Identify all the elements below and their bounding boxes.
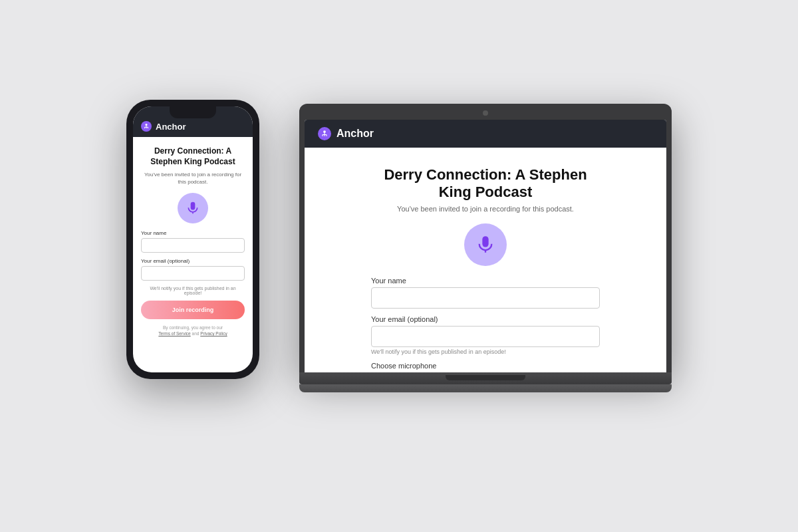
mic-icon-laptop <box>464 223 507 266</box>
email-label-laptop: Your email (optional) <box>371 315 600 323</box>
join-recording-button-phone[interactable]: Join recording <box>141 301 245 319</box>
anchor-logo-icon-laptop <box>318 127 331 140</box>
footer-phone: By continuing, you agree to our Terms of… <box>158 325 227 338</box>
anchor-logo-icon-phone <box>141 121 152 132</box>
laptop-camera <box>483 110 488 116</box>
svg-point-0 <box>145 124 147 126</box>
laptop-form: Your name Your email (optional) We'll no… <box>371 277 600 372</box>
email-label-phone: Your email (optional) <box>141 258 190 264</box>
podcast-subtitle-laptop: You've been invited to join a recording … <box>397 205 574 213</box>
podcast-subtitle-phone: You've been invited to join a recording … <box>141 171 245 186</box>
scene: Anchor Derry Connection: A Stephen King … <box>126 100 672 432</box>
phone-device: Anchor Derry Connection: A Stephen King … <box>126 100 259 379</box>
mic-icon-phone <box>178 193 208 223</box>
laptop-content: Derry Connection: A Stephen King Podcast… <box>305 148 666 372</box>
svg-point-5 <box>323 130 326 133</box>
phone-content: Derry Connection: A Stephen King Podcast… <box>133 137 253 372</box>
anchor-logo-text-phone: Anchor <box>156 122 186 132</box>
privacy-link-phone[interactable]: Privacy Policy <box>200 331 227 336</box>
laptop-hinge <box>446 375 525 380</box>
anchor-logo-text-laptop: Anchor <box>336 128 374 140</box>
email-input-phone[interactable] <box>141 266 245 281</box>
name-label-phone: Your name <box>141 230 166 236</box>
phone-notch <box>170 106 216 118</box>
email-note-phone: We'll notify you if this gets published … <box>141 286 245 295</box>
laptop-base <box>299 372 672 384</box>
email-note-laptop: We'll notify you if this gets published … <box>371 348 600 355</box>
email-input-laptop[interactable] <box>371 326 600 347</box>
laptop-body: Anchor Derry Connection: A Stephen King … <box>299 104 672 372</box>
laptop-stand <box>299 384 672 392</box>
name-label-laptop: Your name <box>371 277 600 285</box>
microphone-label-laptop: Choose microphone <box>371 362 600 370</box>
podcast-title-phone: Derry Connection: A Stephen King Podcast <box>141 146 245 167</box>
terms-link-phone[interactable]: Terms of Service <box>158 331 190 336</box>
laptop-navbar: Anchor <box>305 120 666 148</box>
podcast-title-laptop: Derry Connection: A Stephen King Podcast <box>371 166 600 201</box>
phone-screen: Anchor Derry Connection: A Stephen King … <box>133 106 253 372</box>
name-input-phone[interactable] <box>141 238 245 253</box>
name-input-laptop[interactable] <box>371 287 600 309</box>
laptop-screen: Anchor Derry Connection: A Stephen King … <box>305 120 666 372</box>
laptop-device: Anchor Derry Connection: A Stephen King … <box>299 104 672 392</box>
